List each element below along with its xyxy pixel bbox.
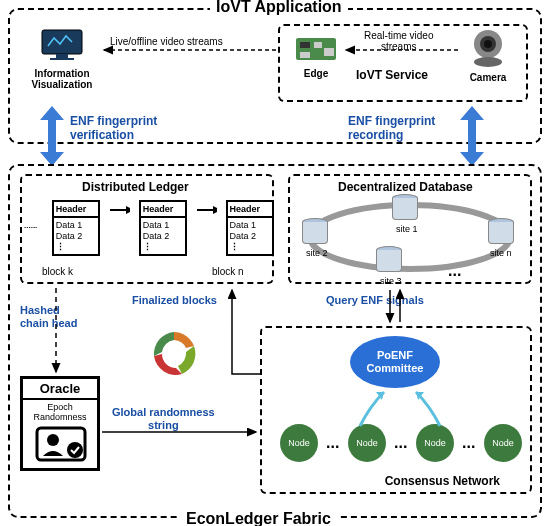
svg-rect-5 — [314, 42, 322, 48]
svg-marker-12 — [40, 106, 64, 166]
query-enf-label: Query ENF signals — [326, 294, 424, 306]
svg-rect-7 — [300, 52, 310, 58]
db-site1 — [392, 194, 418, 224]
block-k-label: block k — [42, 266, 73, 277]
enf-verify-label: ENF fingerprint verification — [70, 114, 157, 143]
svg-marker-17 — [213, 206, 217, 214]
svg-point-10 — [484, 40, 492, 48]
db-site3 — [376, 246, 402, 276]
svg-rect-2 — [50, 58, 74, 60]
monitor-icon — [38, 28, 86, 64]
block-mid: Header Data 1Data 2⋮ — [139, 200, 187, 256]
streams-right-label: Real-time video streams — [364, 30, 433, 52]
webcam-icon — [468, 28, 508, 68]
info-vis-label: Information Visualization — [22, 68, 102, 90]
svg-rect-1 — [56, 54, 68, 58]
svg-point-11 — [474, 57, 502, 67]
edge-label: Edge — [288, 68, 344, 79]
node-4: Node — [484, 424, 522, 462]
streams-left-label: Live/offline video streams — [110, 36, 223, 47]
finalized-label: Finalized blocks — [132, 294, 217, 306]
db-site2 — [302, 218, 328, 248]
cycle-icon — [146, 326, 202, 382]
svg-rect-6 — [324, 48, 334, 56]
node-1: Node — [280, 424, 318, 462]
iovt-title: IoVT Application — [210, 0, 348, 16]
node-arrows — [340, 386, 460, 430]
db-siten — [488, 218, 514, 248]
camera-label: Camera — [460, 72, 516, 83]
db-title: Decentralized Database — [338, 180, 473, 194]
ledger-title: Distributed Ledger — [82, 180, 189, 194]
consensus-label: Consensus Network — [385, 474, 500, 488]
blockchain: ...... Header Data 1Data 2⋮ Header Data … — [34, 200, 280, 256]
oracle-body: Epoch Randomness — [23, 400, 97, 424]
svg-point-20 — [47, 434, 59, 446]
camera: Camera — [460, 28, 516, 83]
blue-arrow-right — [456, 106, 488, 166]
svg-marker-15 — [126, 206, 130, 214]
fabric-title: EconLedger Fabric — [180, 510, 337, 526]
svg-rect-4 — [300, 42, 310, 48]
board-icon — [294, 34, 338, 64]
poenf-committee: PoENF Committee — [350, 336, 440, 388]
svg-marker-13 — [460, 106, 484, 166]
blue-arrow-left — [36, 106, 68, 166]
iovt-service-label: IoVT Service — [356, 68, 428, 82]
oracle-box: Oracle Epoch Randomness — [20, 376, 100, 471]
svg-point-21 — [67, 442, 83, 458]
hashed-head-label: Hashed chain head — [20, 304, 77, 330]
global-rand-label: Global randomness string — [112, 406, 215, 432]
edge: Edge — [288, 34, 344, 79]
block-n-label: block n — [212, 266, 244, 277]
info-vis: Information Visualization — [22, 28, 102, 90]
id-badge-icon — [23, 424, 99, 464]
block-k: Header Data 1Data 2⋮ — [52, 200, 100, 256]
oracle-title: Oracle — [23, 379, 97, 400]
enf-record-label: ENF fingerprint recording — [348, 114, 435, 143]
block-n: Header Data 1Data 2⋮ — [226, 200, 274, 256]
